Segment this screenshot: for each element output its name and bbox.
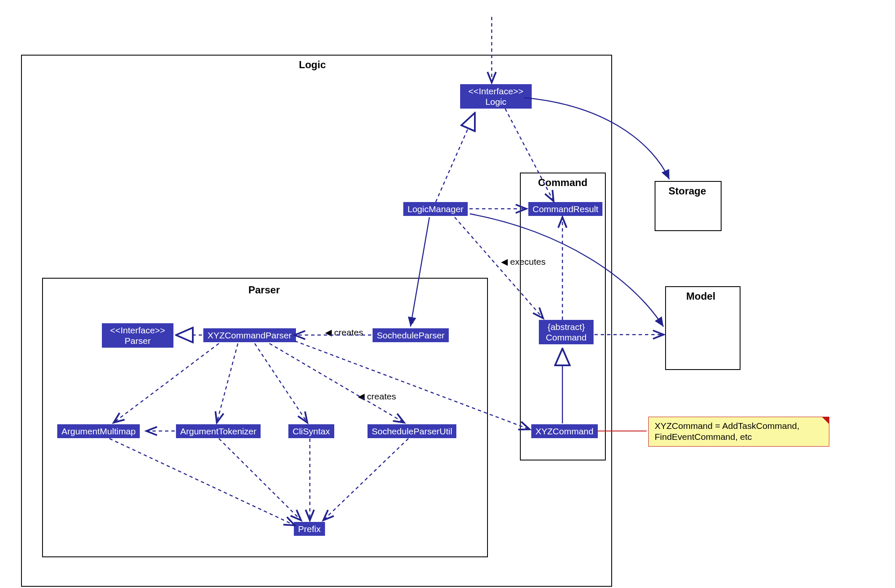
class-prefix: Prefix <box>294 522 325 536</box>
class-sochedule-parser: SocheduleParser <box>373 328 449 342</box>
argument-multimap-name: ArgumentMultimap <box>61 426 136 436</box>
note-line2: FindEventCommand, etc <box>655 432 752 442</box>
class-parser-interface: <<Interface>> Parser <box>102 323 173 348</box>
argument-tokenizer-name: ArgumentTokenizer <box>180 426 256 436</box>
class-xyz-command-parser: XYZCommandParser <box>203 328 296 342</box>
package-model-label: Model <box>686 290 715 302</box>
class-sochedule-parser-util: SocheduleParserUtil <box>368 424 456 438</box>
logic-interface-stereo: <<Interface>> <box>469 86 524 96</box>
package-parser-label: Parser <box>248 284 280 296</box>
arrowhead-icon: ◀ <box>358 391 365 401</box>
xyz-command-parser-name: XYZCommandParser <box>208 330 292 340</box>
multiplicity-sochedule-parser: 1 <box>409 316 414 325</box>
arrowhead-icon: ◀ <box>501 257 508 266</box>
cli-syntax-name: CliSyntax <box>293 426 330 436</box>
class-cli-syntax: CliSyntax <box>288 424 334 438</box>
note-line1: XYZCommand = AddTaskCommand, <box>655 421 799 431</box>
class-logic-interface: <<Interface>> Logic <box>460 84 532 109</box>
package-parser <box>42 278 488 557</box>
class-logic-manager: LogicManager <box>403 202 468 216</box>
label-creates-1: ◀ creates <box>325 327 363 338</box>
parser-interface-stereo: <<Interface>> <box>110 325 165 335</box>
logic-interface-name: Logic <box>485 97 506 106</box>
class-xyz-command: XYZCommand <box>531 424 598 438</box>
package-command-label: Command <box>538 177 587 189</box>
sochedule-parser-util-name: SocheduleParserUtil <box>372 426 452 436</box>
note-fold-icon <box>822 417 829 424</box>
note-xyz-command: XYZCommand = AddTaskCommand, FindEventCo… <box>648 417 829 447</box>
class-argument-tokenizer: ArgumentTokenizer <box>176 424 261 438</box>
command-result-name: CommandResult <box>533 204 598 214</box>
sochedule-parser-name: SocheduleParser <box>377 330 445 340</box>
logic-manager-name: LogicManager <box>408 204 463 214</box>
label-executes: ◀ executes <box>501 257 546 267</box>
abstract-command-stereo: {abstract} <box>548 322 585 332</box>
abstract-command-name: Command <box>546 333 587 342</box>
parser-interface-name: Parser <box>125 336 151 346</box>
xyz-command-name: XYZCommand <box>535 426 594 436</box>
arrowhead-icon: ◀ <box>325 327 332 337</box>
class-argument-multimap: ArgumentMultimap <box>57 424 140 438</box>
prefix-name: Prefix <box>298 524 321 534</box>
class-command-result: CommandResult <box>528 202 602 216</box>
class-abstract-command: {abstract} Command <box>539 320 594 344</box>
label-creates-2: ◀ creates <box>358 391 396 402</box>
package-storage-label: Storage <box>669 185 706 197</box>
diagram-canvas: Logic Parser Command Storage Model <<Int… <box>8 8 895 588</box>
package-logic-label: Logic <box>299 59 326 71</box>
